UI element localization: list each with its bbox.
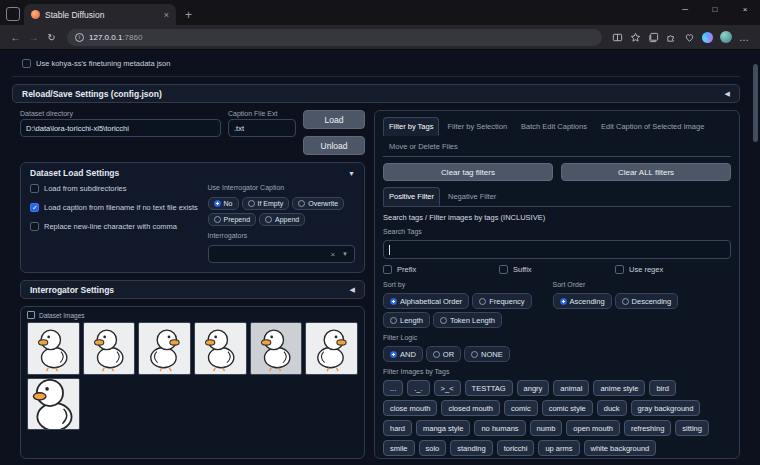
suffix-checkbox[interactable]: Suffix: [499, 265, 615, 275]
profile-avatar[interactable]: [720, 31, 732, 43]
search-tags-input[interactable]: [383, 240, 731, 259]
use-regex-checkbox[interactable]: Use regex: [615, 265, 731, 275]
settings-menu-icon[interactable]: …: [739, 32, 750, 43]
interrogators-dropdown[interactable]: × ▼: [208, 245, 355, 263]
tab-filter-by-tags[interactable]: Filter by Tags: [383, 117, 439, 136]
gallery-thumb[interactable]: [138, 322, 191, 375]
filter-tag[interactable]: gray background: [631, 400, 701, 416]
tab-move-delete-files[interactable]: Move or Delete Files: [383, 137, 464, 156]
divider: [12, 76, 740, 77]
filter-tag[interactable]: manga style: [416, 420, 470, 436]
prefix-checkbox[interactable]: Prefix: [383, 265, 499, 275]
page-scrollbar[interactable]: [753, 64, 758, 142]
minimize-button[interactable]: ─: [670, 0, 700, 19]
filter-tag[interactable]: ._.: [407, 380, 429, 396]
close-button[interactable]: ×: [730, 0, 760, 19]
gallery-thumb[interactable]: [194, 322, 247, 375]
maximize-button[interactable]: □: [700, 0, 730, 19]
tab-close-icon[interactable]: ×: [164, 10, 169, 20]
filter-tag[interactable]: angry: [517, 380, 550, 396]
dataset-directory-input[interactable]: D:\data\lora-toricchi-xl5\toricchi: [20, 119, 221, 137]
filter-tag[interactable]: ...: [383, 380, 403, 396]
radio-length[interactable]: Length: [383, 312, 430, 328]
subtab-negative-filter[interactable]: Negative Filter: [442, 187, 502, 206]
filter-tag[interactable]: close mouth: [383, 400, 437, 416]
gallery-thumb[interactable]: [27, 378, 80, 431]
filter-tag[interactable]: solo: [419, 440, 447, 456]
filter-tag[interactable]: closed mouth: [441, 400, 500, 416]
collections-icon[interactable]: [648, 32, 659, 43]
browser-tab[interactable]: Stable Diffusion ×: [24, 4, 176, 25]
back-icon[interactable]: ←: [8, 32, 23, 43]
radio-none[interactable]: NONE: [464, 346, 510, 362]
radio-ascending[interactable]: Ascending: [553, 293, 612, 309]
radio-prepend[interactable]: Prepend: [208, 213, 256, 226]
radio-frequency[interactable]: Frequency: [472, 293, 531, 309]
filter-tag[interactable]: standing: [450, 440, 492, 456]
filter-tag[interactable]: smile: [383, 440, 415, 456]
filter-tag[interactable]: hard: [383, 420, 412, 436]
load-caption-from-filename-checkbox[interactable]: Load caption from filename if no text fi…: [30, 203, 200, 213]
load-button[interactable]: Load: [303, 110, 365, 129]
radio-alphabetical-order[interactable]: Alphabetical Order: [383, 293, 469, 309]
copilot-icon[interactable]: [702, 32, 713, 43]
chevron-left-icon: ◀: [350, 286, 355, 294]
radio-or[interactable]: OR: [426, 346, 461, 362]
gallery-thumb[interactable]: [305, 322, 358, 375]
tab-batch-edit-captions[interactable]: Batch Edit Captions: [515, 117, 593, 136]
address-bar[interactable]: i 127.0.0.1:7860: [67, 29, 602, 46]
filter-tag[interactable]: toricchi: [497, 440, 535, 456]
radio-and[interactable]: AND: [383, 346, 423, 362]
filter-tag[interactable]: animal: [553, 380, 589, 396]
radio-append[interactable]: Append: [259, 213, 305, 226]
subtab-positive-filter[interactable]: Positive Filter: [383, 187, 440, 206]
filter-tag[interactable]: sitting: [675, 420, 709, 436]
filter-tag[interactable]: anime style: [593, 380, 645, 396]
new-tab-button[interactable]: +: [185, 10, 192, 20]
gallery-thumb[interactable]: [27, 322, 80, 375]
site-info-icon[interactable]: i: [75, 33, 84, 42]
browser-essentials-icon[interactable]: [684, 32, 695, 43]
tab-filter-by-selection[interactable]: Filter by Selection: [441, 117, 513, 136]
reload-save-accordion[interactable]: Reload/Save Settings (config.json) ◀: [12, 84, 740, 103]
filter-tag[interactable]: refreshing: [624, 420, 671, 436]
radio-no[interactable]: No: [208, 197, 239, 210]
filter-tag[interactable]: no humans: [474, 420, 525, 436]
radio-overwrite[interactable]: Overwrite: [292, 197, 344, 210]
gallery-thumb[interactable]: [250, 322, 303, 375]
radio-token-length[interactable]: Token Length: [433, 312, 502, 328]
radio-if-empty[interactable]: If Empty: [242, 197, 290, 210]
extensions-icon[interactable]: [666, 32, 677, 43]
browser-tab-strip: Stable Diffusion × + ─ □ ×: [0, 0, 760, 25]
toolbar-right-cluster: …: [610, 31, 752, 43]
radio-descending[interactable]: Descending: [615, 293, 679, 309]
tab-actions-icon[interactable]: [6, 7, 20, 21]
clear-all-filters-button[interactable]: Clear ALL filters: [561, 163, 731, 181]
load-subdirectories-checkbox[interactable]: Load from subdirectories: [30, 184, 200, 194]
filter-tag[interactable]: comic: [504, 400, 538, 416]
filter-tag[interactable]: >_<: [434, 380, 461, 396]
tab-edit-caption-selected[interactable]: Edit Caption of Selected Image: [595, 117, 710, 136]
filter-tag[interactable]: open mouth: [566, 420, 620, 436]
unload-button[interactable]: Unload: [303, 136, 365, 155]
favorites-star-icon[interactable]: [630, 32, 641, 43]
gallery-thumb[interactable]: [83, 322, 136, 375]
forward-icon[interactable]: →: [26, 32, 41, 43]
clear-selection-icon[interactable]: ×: [330, 250, 335, 259]
dataset-load-settings-header[interactable]: Dataset Load Settings ▼: [21, 163, 364, 182]
caption-ext-input[interactable]: .txt: [228, 119, 296, 137]
filter-tag[interactable]: up arms: [538, 440, 579, 456]
interrogator-settings-accordion[interactable]: Interrogator Settings ◀: [20, 280, 365, 299]
filter-tag[interactable]: white background: [584, 440, 657, 456]
replace-newline-checkbox[interactable]: Replace new-line character with comma: [30, 222, 200, 232]
filter-tag[interactable]: numb: [530, 420, 563, 436]
clear-tag-filters-button[interactable]: Clear tag filters: [383, 163, 553, 181]
text-caret: [389, 245, 390, 255]
filter-tag[interactable]: duck: [597, 400, 627, 416]
split-screen-icon[interactable]: [612, 32, 623, 43]
filter-tag[interactable]: bird: [649, 380, 676, 396]
filter-tag[interactable]: comic style: [542, 400, 593, 416]
refresh-icon[interactable]: ↻: [44, 32, 59, 43]
filter-tag[interactable]: TESTTAG: [465, 380, 513, 396]
kohya-metadata-checkbox[interactable]: Use kohya-ss's finetuning metadata json: [22, 59, 730, 69]
